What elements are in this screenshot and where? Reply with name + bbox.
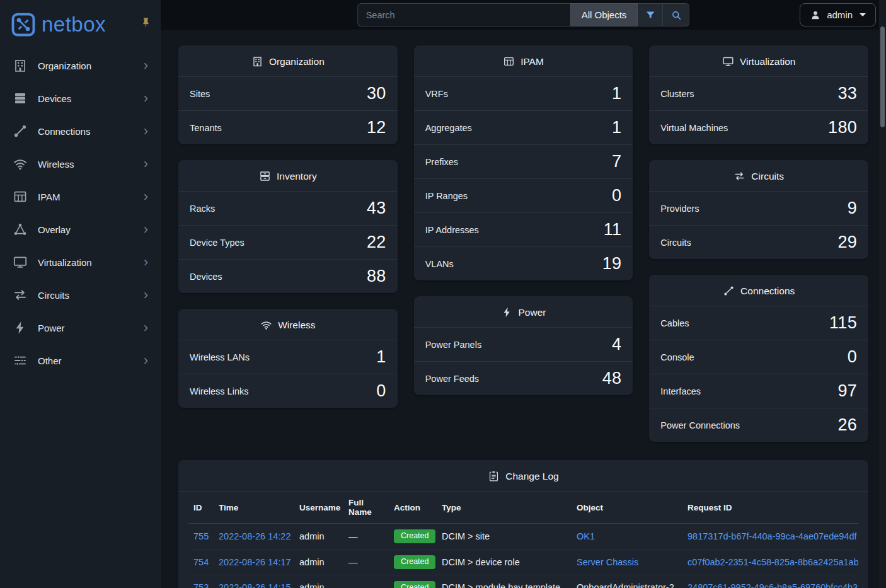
user-menu-button[interactable]: admin	[800, 3, 876, 26]
virtualization-icon	[13, 255, 28, 270]
stat-label: Console	[660, 352, 694, 362]
stat-power-panels[interactable]: Power Panels4	[414, 327, 633, 361]
changelog-id-link[interactable]: 755	[193, 531, 209, 541]
stat-label: Sites	[190, 89, 210, 99]
overlay-icon	[13, 222, 28, 237]
changelog-request-id-link[interactable]: 24807c61-9952-49c6-b8a5-69760bfcc4b3	[688, 582, 858, 588]
changelog-request-id-link[interactable]: 9817317d-b67f-440a-99ca-4ae07ede94df	[688, 531, 856, 541]
stat-console[interactable]: Console0	[649, 340, 868, 374]
ipam-icon	[503, 55, 515, 67]
devices-icon	[13, 91, 28, 106]
ipam-icon	[13, 189, 28, 204]
stat-power-feeds[interactable]: Power Feeds48	[414, 361, 633, 395]
changelog-id-link[interactable]: 753	[193, 582, 209, 588]
search-submit-button[interactable]	[663, 3, 689, 26]
changelog-request-id-link[interactable]: c07f0ab2-2351-4c58-825a-8b6a2425a1ab	[688, 557, 858, 567]
sidebar-item-connections[interactable]: Connections›	[0, 115, 161, 147]
stat-value: 115	[829, 313, 857, 333]
stat-sites[interactable]: Sites30	[178, 76, 398, 110]
changelog-time-link[interactable]: 2022-08-26 14:17	[219, 557, 291, 567]
stat-clusters[interactable]: Clusters33	[649, 76, 868, 110]
sidebar: netbox Organization›Devices›Connections›…	[0, 0, 161, 588]
object-type-dropdown[interactable]: All Objects	[570, 3, 638, 26]
wifi-icon	[260, 319, 272, 331]
vertical-scrollbar[interactable]	[879, 0, 886, 588]
sidebar-item-devices[interactable]: Devices›	[0, 82, 161, 115]
stat-vrfs[interactable]: VRFs1	[414, 76, 633, 110]
card-header-virtualization: Virtualization	[649, 45, 868, 76]
card-connections: ConnectionsCables115Console0Interfaces97…	[649, 275, 868, 442]
stat-device-types[interactable]: Device Types22	[178, 225, 398, 259]
changelog-col-id[interactable]: ID	[188, 492, 214, 524]
sidebar-item-label: Virtualization	[38, 257, 134, 268]
building-icon	[13, 58, 28, 73]
sidebar-item-label: Overlay	[38, 224, 134, 235]
sidebar-item-power[interactable]: Power›	[0, 311, 161, 344]
changelog-row: 7532022-08-26 14:15admin—CreatedDCIM > m…	[188, 575, 858, 588]
sidebar-item-other[interactable]: Other›	[0, 344, 161, 377]
stat-label: Interfaces	[660, 386, 701, 396]
stat-wireless-lans[interactable]: Wireless LANs1	[178, 340, 398, 374]
stat-providers[interactable]: Providers9	[649, 191, 868, 225]
brand[interactable]: netbox	[0, 0, 161, 49]
changelog-col-full-name[interactable]: Full Name	[343, 492, 389, 524]
changelog-col-request-id[interactable]: Request ID	[682, 492, 858, 524]
changelog-col-username[interactable]: Username	[294, 492, 343, 524]
sidebar-item-virtualization[interactable]: Virtualization›	[0, 246, 161, 279]
stat-value: 88	[367, 267, 386, 286]
stat-label: Racks	[190, 204, 215, 214]
dashboard: OrganizationSites30Tenants12InventoryRac…	[178, 45, 868, 442]
stat-power-connections[interactable]: Power Connections26	[649, 408, 868, 442]
filter-button[interactable]	[638, 3, 663, 26]
stat-value: 33	[837, 84, 857, 103]
sidebar-item-label: Wireless	[38, 159, 134, 170]
card-ipam: IPAMVRFs1Aggregates1Prefixes7IP Ranges0I…	[414, 45, 633, 280]
connections-icon	[723, 285, 735, 297]
changelog-col-object[interactable]: Object	[572, 492, 682, 524]
chevron-right-icon: ›	[144, 190, 148, 204]
action-badge: Created	[394, 581, 435, 588]
sidebar-item-wireless[interactable]: Wireless›	[0, 147, 161, 180]
stat-vlans[interactable]: VLANs19	[414, 246, 633, 280]
stat-racks[interactable]: Racks43	[178, 191, 398, 225]
changelog-col-time[interactable]: Time	[214, 492, 294, 524]
wifi-icon	[13, 156, 28, 171]
stat-value: 1	[612, 118, 621, 137]
stat-ip-ranges[interactable]: IP Ranges0	[414, 178, 633, 212]
changelog-id-link[interactable]: 754	[193, 557, 209, 567]
stat-aggregates[interactable]: Aggregates1	[414, 110, 633, 144]
changelog-col-type[interactable]: Type	[437, 492, 572, 524]
sidebar-item-label: IPAM	[38, 192, 134, 202]
stat-label: Circuits	[660, 238, 691, 248]
stat-ip-addresses[interactable]: IP Addresses11	[414, 212, 633, 246]
changelog-object-link[interactable]: OK1	[577, 531, 595, 541]
stat-prefixes[interactable]: Prefixes7	[414, 144, 633, 178]
stat-interfaces[interactable]: Interfaces97	[649, 374, 868, 408]
changelog-full-name: —	[343, 575, 389, 588]
sidebar-item-organization[interactable]: Organization›	[0, 49, 161, 82]
sidebar-item-ipam[interactable]: IPAM›	[0, 180, 161, 213]
sidebar-item-circuits[interactable]: Circuits›	[0, 279, 161, 311]
card-wireless: WirelessWireless LANs1Wireless Links0	[178, 309, 398, 408]
card-circuits: CircuitsProviders9Circuits29	[649, 160, 868, 259]
connections-icon	[13, 124, 28, 139]
stat-virtual-machines[interactable]: Virtual Machines180	[649, 110, 868, 144]
sidebar-item-overlay[interactable]: Overlay›	[0, 213, 161, 246]
stat-devices[interactable]: Devices88	[178, 259, 398, 293]
netbox-logo-icon	[10, 11, 37, 38]
changelog-time-link[interactable]: 2022-08-26 14:22	[219, 531, 291, 541]
stat-circuits[interactable]: Circuits29	[649, 225, 868, 259]
stat-cables[interactable]: Cables115	[649, 306, 868, 340]
scrollbar-thumb[interactable]	[880, 26, 885, 127]
card-title: Inventory	[277, 171, 317, 182]
search-input[interactable]	[357, 3, 570, 26]
stat-wireless-links[interactable]: Wireless Links0	[178, 374, 398, 408]
changelog-col-action[interactable]: Action	[389, 492, 437, 524]
card-title: Wireless	[278, 320, 315, 331]
stat-tenants[interactable]: Tenants12	[178, 110, 398, 144]
sidebar-item-label: Other	[38, 355, 134, 366]
changelog-object-link[interactable]: Server Chassis	[577, 557, 638, 567]
changelog-time-link[interactable]: 2022-08-26 14:15	[219, 582, 291, 588]
pin-sidebar-icon[interactable]	[141, 17, 151, 28]
changelog-username: admin	[294, 549, 343, 575]
